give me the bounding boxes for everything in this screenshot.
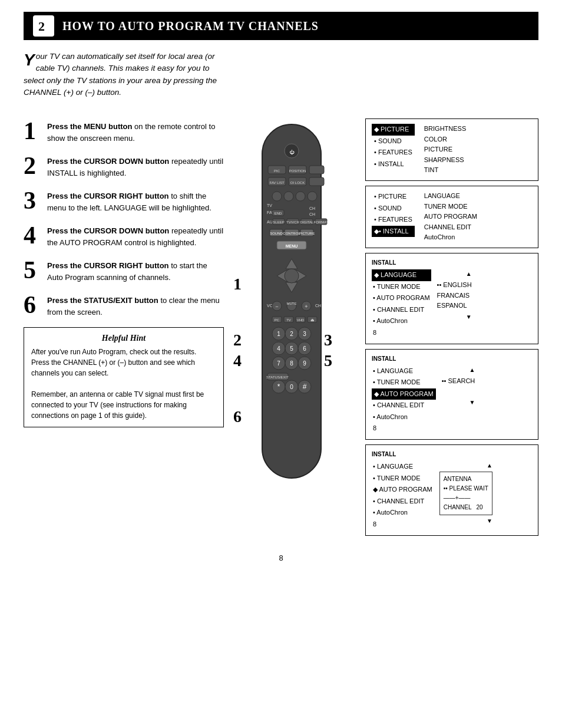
svg-text:CH: CH <box>309 206 315 210</box>
screen-5-left: • LANGUAGE • TUNER MODE ◆ AUTO PROGRAM •… <box>372 461 434 531</box>
svg-text:TV/VCR: TV/VCR <box>286 220 300 224</box>
screen-5-right: ▲ ANTENNA •• PLEASE WAIT ——+—— CHANNEL 2… <box>439 461 492 531</box>
screen-5-title: INSTALL <box>372 450 532 459</box>
svg-text:TV: TV <box>286 318 291 322</box>
screen-2: • PICTURE • SOUND • FEATURES ◆• INSTALL … <box>365 186 538 248</box>
svg-text:1: 1 <box>277 331 280 337</box>
page-title: How to Auto Program TV Channels <box>62 19 319 33</box>
right-column: 1 2 3 4 5 6 ⏻ PIC POSITION <box>230 118 538 536</box>
svg-text:2: 2 <box>290 331 293 337</box>
step-6-text: Press the STATUS/EXIT button to clear th… <box>47 292 224 318</box>
hint-text: After you've run Auto Program, check out… <box>31 347 216 421</box>
header-icon: 2 <box>33 15 54 37</box>
svg-text:OI LOCK: OI LOCK <box>290 181 305 185</box>
svg-text:SOUND: SOUND <box>270 232 283 235</box>
svg-text:+: + <box>305 304 308 309</box>
step-4: 4 Press the CURSOR DOWN button repeatedl… <box>24 223 224 248</box>
step-3-text: Press the CURSOR RIGHT button to shift t… <box>47 188 224 213</box>
svg-text:⏻: ⏻ <box>289 150 295 155</box>
svg-text:SLEEP: SLEEP <box>273 220 284 224</box>
svg-text:CONTROL: CONTROL <box>283 232 300 235</box>
svg-rect-9 <box>309 166 324 174</box>
screen-3: INSTALL ◆ LANGUAGE • TUNER MODE • AUTO P… <box>365 253 538 344</box>
svg-point-18 <box>308 192 317 201</box>
screen-1-picture-highlighted: ◆ PICTURE <box>372 124 415 136</box>
steps-column: 1 Press the MENU button on the remote co… <box>24 118 224 427</box>
step-1-number: 1 <box>24 118 47 143</box>
screen-4-left: • LANGUAGE • TUNER MODE ◆ AUTO PROGRAM •… <box>372 365 436 435</box>
remote-step-4-overlay: 4 <box>233 351 242 370</box>
screen-4-right: ▲ •• SEARCH ▼ <box>442 365 475 435</box>
svg-text:STATUS/EXIT: STATUS/EXIT <box>266 375 289 379</box>
helpful-hint-box: Helpful Hint After you've run Auto Progr… <box>24 327 224 427</box>
svg-rect-14 <box>309 177 324 186</box>
svg-text:4: 4 <box>277 345 280 352</box>
svg-text:PC: PC <box>275 318 280 322</box>
step-1-bold: Press the MENU button <box>47 122 132 131</box>
svg-text:FORMAT: FORMAT <box>314 220 329 224</box>
step-1: 1 Press the MENU button on the remote co… <box>24 118 224 144</box>
svg-text:#: # <box>303 383 307 391</box>
screen-2-install-highlighted: ◆• INSTALL <box>372 226 415 238</box>
remote-step-3-overlay: 3 <box>324 331 332 350</box>
screen-3-language-highlighted: ◆ LANGUAGE <box>372 269 431 281</box>
tv-screens-column: ◆ PICTURE • SOUND • FEATURES • INSTALL B… <box>365 118 538 536</box>
svg-text:CH: CH <box>309 212 315 216</box>
svg-text:PIC: PIC <box>274 169 280 173</box>
hint-title: Helpful Hint <box>31 334 216 343</box>
svg-text:POSITION: POSITION <box>289 169 306 173</box>
remote-step-5-overlay: 5 <box>324 351 332 370</box>
svg-text:*: * <box>277 383 280 391</box>
svg-point-46 <box>285 269 299 283</box>
step-2-bold: Press the CURSOR DOWN button <box>47 157 169 166</box>
main-layout: 1 Press the MENU button on the remote co… <box>24 118 538 536</box>
step-2-number: 2 <box>24 153 47 178</box>
svg-text:6: 6 <box>303 345 306 352</box>
step-3-number: 3 <box>24 188 47 213</box>
step-5-text: Press the CURSOR RIGHT button to start t… <box>47 258 224 283</box>
screen-2-left: • PICTURE • SOUND • FEATURES ◆• INSTALL <box>372 191 415 243</box>
svg-text:END: END <box>275 212 282 215</box>
svg-text:−: − <box>275 304 278 309</box>
svg-text:VHD: VHD <box>297 318 305 322</box>
step-6: 6 Press the STATUS/EXIT button to clear … <box>24 292 224 318</box>
screen-2-right: LANGUAGE TUNER MODE AUTO PROGRAM CHANNEL… <box>424 191 477 243</box>
svg-point-15 <box>272 192 282 201</box>
step-6-number: 6 <box>24 292 47 317</box>
intro-text: Your TV can automatically set itself for… <box>24 51 224 98</box>
svg-text:PICTURE: PICTURE <box>299 232 315 235</box>
svg-text:9: 9 <box>303 360 306 367</box>
step-6-bold: Press the STATUS/EXIT button <box>47 296 158 305</box>
remote-step-1-overlay: 1 <box>233 275 242 294</box>
svg-point-16 <box>284 192 293 201</box>
step-4-bold: Press the CURSOR DOWN button <box>47 226 169 235</box>
step-3-bold: Press the CURSOR RIGHT button <box>47 192 169 200</box>
screen-4-title: INSTALL <box>372 354 532 364</box>
screen-5-scanning-box: ANTENNA •• PLEASE WAIT ——+—— CHANNEL 20 <box>439 472 492 515</box>
screen-5: INSTALL • LANGUAGE • TUNER MODE ◆ AUTO P… <box>365 444 538 536</box>
remote-step-2-overlay: 2 <box>233 331 242 350</box>
remote-step-6-overlay: 6 <box>233 407 242 426</box>
svg-text:TV: TV <box>267 203 272 207</box>
step-5: 5 Press the CURSOR RIGHT button to start… <box>24 258 224 283</box>
svg-point-17 <box>296 192 305 201</box>
page: 2 How to Auto Program TV Channels Your T… <box>0 0 562 728</box>
screen-4: INSTALL • LANGUAGE • TUNER MODE ◆ AUTO P… <box>365 349 538 440</box>
step-3: 3 Press the CURSOR RIGHT button to shift… <box>24 188 224 213</box>
svg-text:MENU: MENU <box>286 244 298 248</box>
svg-text:FAV LIST: FAV LIST <box>269 181 285 185</box>
screen-1: ◆ PICTURE • SOUND • FEATURES • INSTALL B… <box>365 118 538 181</box>
remote-svg: ⏻ PIC POSITION FAV LIST OI LOCK <box>230 118 348 484</box>
svg-text:5: 5 <box>290 345 293 352</box>
svg-text:0: 0 <box>290 384 293 390</box>
svg-text:DIGITAL: DIGITAL <box>300 220 315 224</box>
screen-3-right: ▲ •• ENGLISH FRANCAIS ESPANOL ▼ <box>437 269 472 339</box>
svg-text:⏏: ⏏ <box>310 318 315 322</box>
page-number: 8 <box>24 554 538 562</box>
step-1-text: Press the MENU button on the remote cont… <box>47 118 224 144</box>
svg-text:MUTE: MUTE <box>287 302 297 305</box>
svg-text:CH: CH <box>315 304 321 308</box>
step-4-number: 4 <box>24 223 47 248</box>
step-5-bold: Press the CURSOR RIGHT button <box>47 261 169 270</box>
screen-3-left: ◆ LANGUAGE • TUNER MODE • AUTO PROGRAM •… <box>372 269 431 339</box>
